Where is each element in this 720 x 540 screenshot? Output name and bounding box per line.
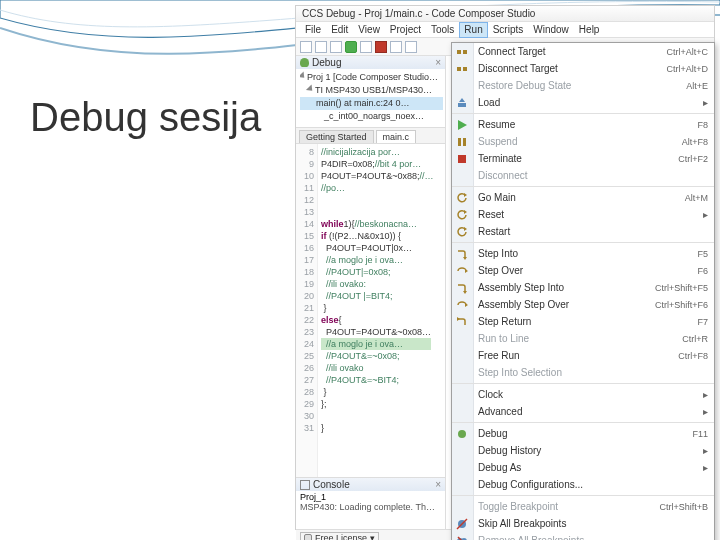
code-line[interactable]: //po… bbox=[321, 182, 434, 194]
menu-item-debug-configurations-[interactable]: Debug Configurations... bbox=[452, 476, 714, 493]
menu-item-free-run[interactable]: Free RunCtrl+F8 bbox=[452, 347, 714, 364]
menu-item-label: Free Run bbox=[478, 350, 670, 361]
code-line[interactable] bbox=[321, 206, 434, 218]
terminate-icon[interactable] bbox=[375, 41, 387, 53]
code-line[interactable]: //a moglo je i ova… bbox=[321, 338, 434, 350]
code-line[interactable]: } bbox=[321, 386, 434, 398]
menu-item-load[interactable]: Load▸ bbox=[452, 94, 714, 111]
menu-project[interactable]: Project bbox=[385, 22, 426, 38]
menu-item-reset[interactable]: Reset▸ bbox=[452, 206, 714, 223]
menu-file[interactable]: File bbox=[300, 22, 326, 38]
save-icon[interactable] bbox=[315, 41, 327, 53]
code-editor[interactable]: 8910111213141516171819202122232425262728… bbox=[296, 144, 445, 477]
menu-item-advanced[interactable]: Advanced▸ bbox=[452, 403, 714, 420]
code-lines[interactable]: //inicijalizacija por…P4DIR=0x08;//bit 4… bbox=[318, 144, 434, 477]
menu-item-debug-history[interactable]: Debug History▸ bbox=[452, 442, 714, 459]
editor-tab[interactable]: main.c bbox=[376, 130, 417, 143]
console-view: Console × Proj_1 MSP430: Loading complet… bbox=[296, 477, 445, 529]
menu-help[interactable]: Help bbox=[574, 22, 605, 38]
menu-bar[interactable]: FileEditViewProjectToolsRunScriptsWindow… bbox=[296, 22, 714, 38]
menu-item-go-main[interactable]: Go MainAlt+M bbox=[452, 189, 714, 206]
menu-item-step-into[interactable]: Step IntoF5 bbox=[452, 245, 714, 262]
code-line[interactable] bbox=[321, 410, 434, 422]
debug-tree[interactable]: Proj 1 [Code Composer Studio…TI MSP430 U… bbox=[296, 69, 445, 127]
bug-icon bbox=[300, 58, 309, 67]
suspend-icon[interactable] bbox=[360, 41, 372, 53]
code-line[interactable]: //ili ovako bbox=[321, 362, 434, 374]
editor-tabs[interactable]: Getting Startedmain.c bbox=[296, 128, 445, 144]
menu-item-label: Step Into bbox=[478, 248, 689, 259]
code-line[interactable]: P4OUT=P4OUT|0x… bbox=[321, 242, 434, 254]
menu-window[interactable]: Window bbox=[528, 22, 574, 38]
menu-item-assembly-step-over[interactable]: Assembly Step OverCtrl+Shift+F6 bbox=[452, 296, 714, 313]
code-line[interactable]: //P4OUT |=BIT4; bbox=[321, 290, 434, 302]
close-icon[interactable]: × bbox=[435, 57, 441, 68]
debug-icon bbox=[455, 427, 469, 441]
code-line[interactable]: P4OUT=P4OUT&~0x88;//… bbox=[321, 170, 434, 182]
menu-edit[interactable]: Edit bbox=[326, 22, 353, 38]
code-line[interactable]: //P4OUT&=~BIT4; bbox=[321, 374, 434, 386]
code-line[interactable]: P4OUT=P4OUT&~0x08… bbox=[321, 326, 434, 338]
code-line[interactable]: }; bbox=[321, 398, 434, 410]
svg-marker-16 bbox=[465, 303, 468, 307]
editor-tab[interactable]: Getting Started bbox=[299, 130, 374, 143]
code-line[interactable]: } bbox=[321, 422, 434, 434]
debug-tree-row[interactable]: main() at main.c:24 0… bbox=[300, 97, 443, 110]
build-icon[interactable] bbox=[330, 41, 342, 53]
code-line[interactable]: P4DIR=0x08;//bit 4 por… bbox=[321, 158, 434, 170]
step-over-icon[interactable] bbox=[405, 41, 417, 53]
menu-view[interactable]: View bbox=[353, 22, 385, 38]
code-line[interactable]: //inicijalizacija por… bbox=[321, 146, 434, 158]
step-into-icon[interactable] bbox=[390, 41, 402, 53]
menu-item-label: Assembly Step Into bbox=[478, 282, 647, 293]
chevron-down-icon: ▾ bbox=[370, 533, 375, 541]
license-indicator[interactable]: Free License ▾ bbox=[300, 532, 379, 541]
run-menu-dropdown[interactable]: Connect TargetCtrl+Alt+CDisconnect Targe… bbox=[451, 42, 715, 540]
code-line[interactable]: while1){//beskonacna… bbox=[321, 218, 434, 230]
reset-icon bbox=[455, 208, 469, 222]
menu-shortcut: F7 bbox=[697, 317, 708, 327]
menu-run[interactable]: Run bbox=[459, 22, 487, 38]
menu-item-debug[interactable]: DebugF11 bbox=[452, 425, 714, 442]
menu-item-terminate[interactable]: TerminateCtrl+F2 bbox=[452, 150, 714, 167]
menu-shortcut: F5 bbox=[697, 249, 708, 259]
menu-item-disconnect: Disconnect bbox=[452, 167, 714, 184]
menu-item-connect-target[interactable]: Connect TargetCtrl+Alt+C bbox=[452, 43, 714, 60]
menu-item-assembly-step-into[interactable]: Assembly Step IntoCtrl+Shift+F5 bbox=[452, 279, 714, 296]
menu-item-restart[interactable]: Restart bbox=[452, 223, 714, 240]
code-line[interactable]: } bbox=[321, 302, 434, 314]
menu-item-debug-as[interactable]: Debug As▸ bbox=[452, 459, 714, 476]
key-icon bbox=[304, 534, 312, 541]
code-line[interactable]: //ili ovako: bbox=[321, 278, 434, 290]
svg-marker-14 bbox=[465, 269, 468, 273]
debug-tree-row[interactable]: Proj 1 [Code Composer Studio… bbox=[300, 71, 443, 84]
code-line[interactable]: //P4OUT&=~0x08; bbox=[321, 350, 434, 362]
code-line[interactable] bbox=[321, 194, 434, 206]
menu-item-resume[interactable]: ResumeF8 bbox=[452, 116, 714, 133]
menu-shortcut: Alt+E bbox=[686, 81, 708, 91]
menu-item-clock[interactable]: Clock▸ bbox=[452, 386, 714, 403]
debug-tree-row[interactable]: _c_int00_noargs_noex… bbox=[300, 110, 443, 123]
menu-item-disconnect-target[interactable]: Disconnect TargetCtrl+Alt+D bbox=[452, 60, 714, 77]
connect-icon bbox=[455, 45, 469, 59]
code-line[interactable]: //P4OUT|=0x08; bbox=[321, 266, 434, 278]
disconnect-icon bbox=[455, 62, 469, 76]
menu-scripts[interactable]: Scripts bbox=[488, 22, 529, 38]
menu-item-label: Debug History bbox=[478, 445, 697, 456]
code-line[interactable]: if (!(P2…N&0x10)) { bbox=[321, 230, 434, 242]
code-line[interactable]: else{ bbox=[321, 314, 434, 326]
menu-item-skip-all-breakpoints[interactable]: Skip All Breakpoints bbox=[452, 515, 714, 532]
restart-icon bbox=[455, 225, 469, 239]
menu-shortcut: Ctrl+Shift+B bbox=[659, 502, 708, 512]
debug-tree-row[interactable]: TI MSP430 USB1/MSP430… bbox=[300, 84, 443, 97]
console-icon bbox=[300, 480, 310, 490]
submenu-arrow-icon: ▸ bbox=[703, 462, 708, 473]
close-icon[interactable]: × bbox=[435, 479, 441, 490]
menu-tools[interactable]: Tools bbox=[426, 22, 459, 38]
debug-run-icon[interactable] bbox=[345, 41, 357, 53]
menu-item-label: Remove All Breakpoints bbox=[478, 535, 708, 540]
new-icon[interactable] bbox=[300, 41, 312, 53]
menu-item-step-over[interactable]: Step OverF6 bbox=[452, 262, 714, 279]
code-line[interactable]: //a moglo je i ova… bbox=[321, 254, 434, 266]
menu-item-step-return[interactable]: Step ReturnF7 bbox=[452, 313, 714, 330]
